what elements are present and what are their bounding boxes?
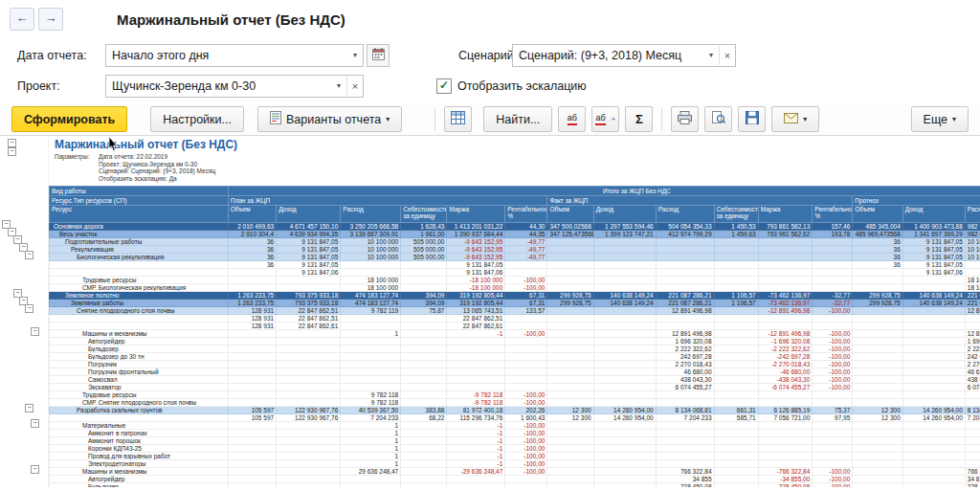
- grid-cell[interactable]: 9 782 118: [341, 391, 401, 399]
- grid-cell[interactable]: [593, 238, 656, 246]
- grid-cell[interactable]: [228, 353, 276, 361]
- grid-cell[interactable]: [714, 261, 758, 269]
- grid-cell[interactable]: 3 139 667 309,91: [341, 231, 401, 238]
- grid-cell[interactable]: [813, 399, 853, 407]
- grid-cell[interactable]: 1 413 201 031,22: [447, 223, 505, 231]
- grid-cell[interactable]: 10 100 0: [965, 254, 980, 261]
- grid-cell[interactable]: [902, 384, 965, 391]
- grid-cell[interactable]: 221 087 2: [965, 292, 980, 300]
- grid-cell[interactable]: [593, 307, 656, 315]
- grid-header-cell[interactable]: Итого за ЖЦП Без НДС: [228, 187, 980, 196]
- grid-cell[interactable]: 1 961,00: [401, 231, 447, 238]
- grid-cell[interactable]: [228, 330, 276, 338]
- grid-cell[interactable]: [401, 430, 447, 437]
- scenario-field[interactable]: Сценарий: (9+3, 2018) Месяц ▾ ×: [512, 44, 736, 67]
- grid-cell[interactable]: 474 183 127,74: [341, 292, 401, 300]
- grid-cell[interactable]: [505, 269, 547, 277]
- grid-cell[interactable]: [714, 399, 758, 407]
- grid-cell[interactable]: [505, 345, 547, 353]
- grid-row-label[interactable]: Снятие плодородного слоя почвы: [50, 307, 229, 315]
- grid-cell[interactable]: [505, 315, 547, 323]
- grid-cell[interactable]: 140 638 149,24: [902, 292, 965, 300]
- grid-cell[interactable]: 44,30: [505, 223, 547, 231]
- grid-cell[interactable]: [813, 460, 853, 468]
- grid-cell[interactable]: [547, 345, 593, 353]
- grid-cell[interactable]: 36: [853, 246, 902, 254]
- grid-cell[interactable]: -9 643 152,95: [447, 238, 505, 246]
- grid-cell[interactable]: 1 263 233,75: [228, 300, 276, 307]
- grid-cell[interactable]: 1 696 320,08: [656, 338, 714, 345]
- save-button[interactable]: [738, 106, 766, 132]
- grid-cell[interactable]: [758, 315, 813, 323]
- grid-cell[interactable]: [902, 476, 965, 483]
- grid-row-label[interactable]: Провод для взрывных работ: [50, 453, 229, 460]
- grid-cell[interactable]: 412 974 799,29: [656, 231, 714, 238]
- grid-cell[interactable]: [547, 430, 593, 437]
- grid-cell[interactable]: 9 131 847,06: [277, 269, 341, 277]
- grid-cell[interactable]: [341, 345, 401, 353]
- preview-button[interactable]: [704, 106, 732, 132]
- grid-cell[interactable]: [853, 307, 902, 315]
- grid-cell[interactable]: [547, 307, 593, 315]
- grid-cell[interactable]: 505 000,00: [401, 254, 447, 261]
- grid-cell[interactable]: [813, 261, 853, 269]
- grid-cell[interactable]: -100,00: [813, 330, 853, 338]
- grid-cell[interactable]: [902, 468, 965, 476]
- grid-cell[interactable]: 122 930 967,76: [277, 414, 341, 422]
- grid-cell[interactable]: [853, 330, 902, 338]
- grid-cell[interactable]: [547, 399, 593, 407]
- grid-cell[interactable]: [547, 338, 593, 345]
- grid-cell[interactable]: [593, 453, 656, 460]
- grid-cell[interactable]: [714, 453, 758, 460]
- grid-cell[interactable]: [813, 422, 853, 430]
- grid-cell[interactable]: 140 638 149,24: [593, 292, 656, 300]
- grid-cell[interactable]: [853, 269, 902, 277]
- grid-cell[interactable]: [593, 330, 656, 338]
- grid-cell[interactable]: [714, 376, 758, 384]
- grid-cell[interactable]: [902, 330, 965, 338]
- grid-cell[interactable]: 133,57: [505, 307, 547, 315]
- grid-cell[interactable]: [853, 353, 902, 361]
- grid-cell[interactable]: [447, 483, 505, 488]
- grid-cell[interactable]: [277, 353, 341, 361]
- grid-cell[interactable]: 67,31: [505, 292, 547, 300]
- scenario-clear-icon[interactable]: ×: [719, 46, 735, 65]
- grid-row-label[interactable]: Погрузчик: [50, 361, 229, 368]
- grid-cell[interactable]: [447, 384, 505, 391]
- grid-cell[interactable]: 44,35: [505, 231, 547, 238]
- grid-cell[interactable]: [813, 254, 853, 261]
- grid-row-label[interactable]: Бульдозер: [50, 345, 229, 353]
- grid-cell[interactable]: [505, 323, 547, 330]
- grid-cell[interactable]: [813, 246, 853, 254]
- grid-row-label[interactable]: Автогрейдер: [50, 338, 229, 345]
- grid-cell[interactable]: [401, 269, 447, 277]
- grid-cell[interactable]: [813, 269, 853, 277]
- grid-cell[interactable]: 394,09: [401, 292, 447, 300]
- grid-cell[interactable]: [228, 391, 276, 399]
- grid-cell[interactable]: [341, 361, 401, 368]
- grid-cell[interactable]: 10 100 000: [341, 238, 401, 246]
- grid-cell[interactable]: 228 4: [965, 483, 980, 488]
- grid-cell[interactable]: 68,22: [401, 414, 447, 422]
- grid-cell[interactable]: 1 106,57: [714, 292, 758, 300]
- grid-cell[interactable]: [965, 453, 980, 460]
- grid-cell[interactable]: 14 260 954,00: [902, 414, 965, 422]
- grid-cell[interactable]: 1 628,43: [401, 223, 447, 231]
- grid-cell[interactable]: [401, 261, 447, 269]
- grid-cell[interactable]: [902, 284, 965, 292]
- grid-cell[interactable]: [547, 277, 593, 284]
- grid-cell[interactable]: -100,00: [505, 277, 547, 284]
- grid-cell[interactable]: [228, 483, 276, 488]
- grid-cell[interactable]: 1 399 123 747,21: [593, 231, 656, 238]
- grid-cell[interactable]: -1: [447, 460, 505, 468]
- grid-cell[interactable]: [593, 338, 656, 345]
- grid-cell[interactable]: 13 065 743,51: [447, 307, 505, 315]
- grid-cell[interactable]: [965, 391, 980, 399]
- grid-cell[interactable]: 2 010 499,63: [228, 223, 276, 231]
- grid-row-label[interactable]: Погрузчик фронтальный: [50, 368, 229, 376]
- grid-cell[interactable]: 81 972 400,18: [447, 407, 505, 414]
- grid-cell[interactable]: [547, 261, 593, 269]
- grid-cell[interactable]: [902, 399, 965, 407]
- grid-cell[interactable]: -100,00: [813, 468, 853, 476]
- grid-header-cell[interactable]: Расход: [965, 206, 980, 223]
